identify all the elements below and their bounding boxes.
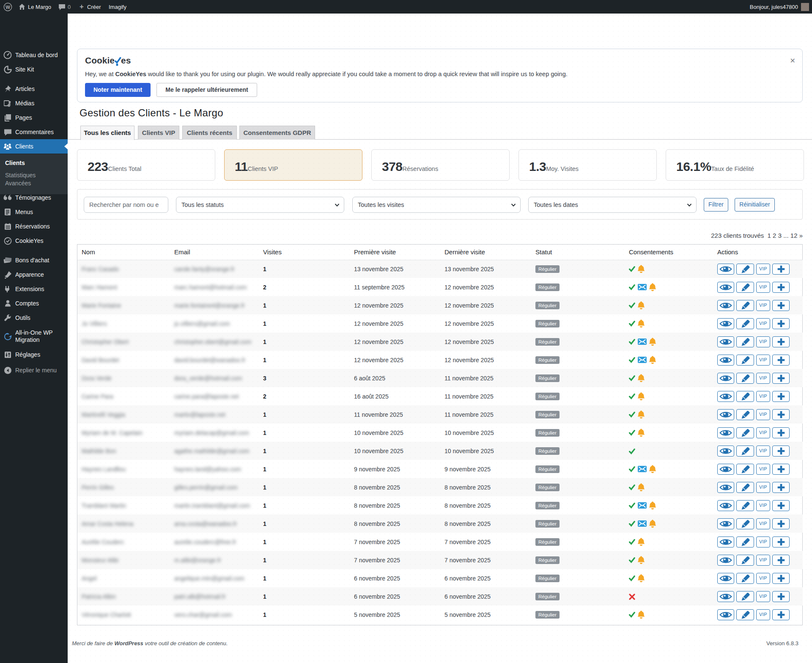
svg-text:W: W [5, 4, 10, 9]
